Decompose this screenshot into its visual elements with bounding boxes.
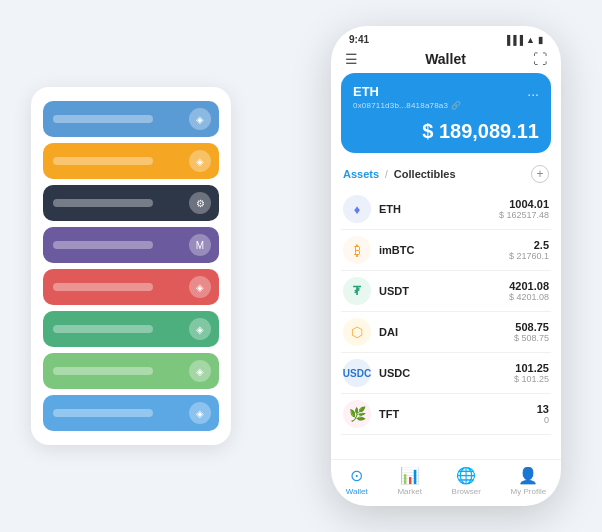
usdt-usd: $ 4201.08 — [509, 292, 549, 302]
card-icon-7: ◈ — [189, 360, 211, 382]
eth-usd: $ 162517.48 — [499, 210, 549, 220]
card-icon-5: ◈ — [189, 276, 211, 298]
usdc-usd: $ 101.25 — [514, 374, 549, 384]
wallet-icon: ⊙ — [350, 466, 363, 485]
nav-browser[interactable]: 🌐 Browser — [452, 466, 481, 496]
usdc-logo: USDC — [343, 359, 371, 387]
asset-row-dai[interactable]: ⬡ DAI 508.75 $ 508.75 — [341, 312, 551, 353]
usdt-name: USDT — [379, 285, 501, 297]
card-stack: ◈ ◈ ⚙ M ◈ ◈ ◈ ◈ — [31, 87, 231, 445]
expand-icon[interactable]: ⛶ — [533, 51, 547, 67]
asset-row-tft[interactable]: 🌿 TFT 13 0 — [341, 394, 551, 435]
nav-market[interactable]: 📊 Market — [397, 466, 421, 496]
card-label-4 — [53, 241, 153, 249]
dai-name: DAI — [379, 326, 506, 338]
tft-amount: 13 — [537, 403, 549, 415]
eth-values: 1004.01 $ 162517.48 — [499, 198, 549, 220]
card-item-4[interactable]: M — [43, 227, 219, 263]
card-label-5 — [53, 283, 153, 291]
phone: 9:41 ▐▐▐ ▲ ▮ ☰ Wallet ⛶ ETH ... 0x08711d… — [331, 26, 561, 506]
card-item-2[interactable]: ◈ — [43, 143, 219, 179]
wifi-icon: ▲ — [526, 35, 535, 45]
usdc-values: 101.25 $ 101.25 — [514, 362, 549, 384]
dai-logo: ⬡ — [343, 318, 371, 346]
card-icon-6: ◈ — [189, 318, 211, 340]
nav-market-label: Market — [397, 487, 421, 496]
eth-card-balance: $ 189,089.11 — [353, 120, 539, 143]
profile-icon: 👤 — [518, 466, 538, 485]
asset-row-eth[interactable]: ♦ ETH 1004.01 $ 162517.48 — [341, 189, 551, 230]
asset-row-usdt[interactable]: ₮ USDT 4201.08 $ 4201.08 — [341, 271, 551, 312]
assets-tabs: Assets / Collectibles — [343, 168, 456, 180]
usdt-amount: 4201.08 — [509, 280, 549, 292]
add-asset-button[interactable]: + — [531, 165, 549, 183]
eth-name: ETH — [379, 203, 491, 215]
card-item-1[interactable]: ◈ — [43, 101, 219, 137]
battery-icon: ▮ — [538, 35, 543, 45]
nav-wallet[interactable]: ⊙ Wallet — [346, 466, 368, 496]
eth-card[interactable]: ETH ... 0x08711d3b...8418a78a3 🔗 $ 189,0… — [341, 73, 551, 153]
status-icons: ▐▐▐ ▲ ▮ — [504, 35, 543, 45]
nav-browser-label: Browser — [452, 487, 481, 496]
tab-assets[interactable]: Assets — [343, 168, 379, 180]
card-label-7 — [53, 367, 153, 375]
card-item-6[interactable]: ◈ — [43, 311, 219, 347]
tft-logo: 🌿 — [343, 400, 371, 428]
eth-card-header: ETH ... — [353, 83, 539, 99]
card-label-1 — [53, 115, 153, 123]
eth-card-address: 0x08711d3b...8418a78a3 🔗 — [353, 101, 539, 110]
card-label-3 — [53, 199, 153, 207]
imbtc-values: 2.5 $ 21760.1 — [509, 239, 549, 261]
imbtc-amount: 2.5 — [509, 239, 549, 251]
status-bar: 9:41 ▐▐▐ ▲ ▮ — [331, 26, 561, 47]
asset-row-imbtc[interactable]: ₿ imBTC 2.5 $ 21760.1 — [341, 230, 551, 271]
hamburger-icon[interactable]: ☰ — [345, 51, 358, 67]
card-item-3[interactable]: ⚙ — [43, 185, 219, 221]
dai-amount: 508.75 — [514, 321, 549, 333]
nav-profile-label: My Profile — [511, 487, 547, 496]
card-icon-4: M — [189, 234, 211, 256]
market-icon: 📊 — [400, 466, 420, 485]
dai-values: 508.75 $ 508.75 — [514, 321, 549, 343]
phone-nav: ⊙ Wallet 📊 Market 🌐 Browser 👤 My Profile — [331, 459, 561, 506]
page-title: Wallet — [425, 51, 466, 67]
usdt-values: 4201.08 $ 4201.08 — [509, 280, 549, 302]
card-icon-2: ◈ — [189, 150, 211, 172]
card-label-8 — [53, 409, 153, 417]
status-time: 9:41 — [349, 34, 369, 45]
nav-wallet-label: Wallet — [346, 487, 368, 496]
imbtc-usd: $ 21760.1 — [509, 251, 549, 261]
card-icon-1: ◈ — [189, 108, 211, 130]
tft-name: TFT — [379, 408, 529, 420]
eth-logo: ♦ — [343, 195, 371, 223]
usdc-amount: 101.25 — [514, 362, 549, 374]
card-item-5[interactable]: ◈ — [43, 269, 219, 305]
imbtc-logo: ₿ — [343, 236, 371, 264]
browser-icon: 🌐 — [456, 466, 476, 485]
card-item-7[interactable]: ◈ — [43, 353, 219, 389]
tft-values: 13 0 — [537, 403, 549, 425]
tft-usd: 0 — [537, 415, 549, 425]
imbtc-name: imBTC — [379, 244, 501, 256]
tab-separator: / — [385, 169, 388, 180]
card-label-6 — [53, 325, 153, 333]
card-item-8[interactable]: ◈ — [43, 395, 219, 431]
assets-header: Assets / Collectibles + — [331, 161, 561, 189]
usdc-name: USDC — [379, 367, 506, 379]
phone-header: ☰ Wallet ⛶ — [331, 47, 561, 73]
nav-profile[interactable]: 👤 My Profile — [511, 466, 547, 496]
card-label-2 — [53, 157, 153, 165]
eth-card-name: ETH — [353, 84, 379, 99]
card-icon-3: ⚙ — [189, 192, 211, 214]
dai-usd: $ 508.75 — [514, 333, 549, 343]
asset-list: ♦ ETH 1004.01 $ 162517.48 ₿ imBTC 2.5 $ … — [331, 189, 561, 459]
signal-icon: ▐▐▐ — [504, 35, 523, 45]
tab-collectibles[interactable]: Collectibles — [394, 168, 456, 180]
asset-row-usdc[interactable]: USDC USDC 101.25 $ 101.25 — [341, 353, 551, 394]
usdt-logo: ₮ — [343, 277, 371, 305]
eth-amount: 1004.01 — [499, 198, 549, 210]
eth-card-more[interactable]: ... — [527, 83, 539, 99]
card-icon-8: ◈ — [189, 402, 211, 424]
scene: ◈ ◈ ⚙ M ◈ ◈ ◈ ◈ — [21, 16, 581, 516]
